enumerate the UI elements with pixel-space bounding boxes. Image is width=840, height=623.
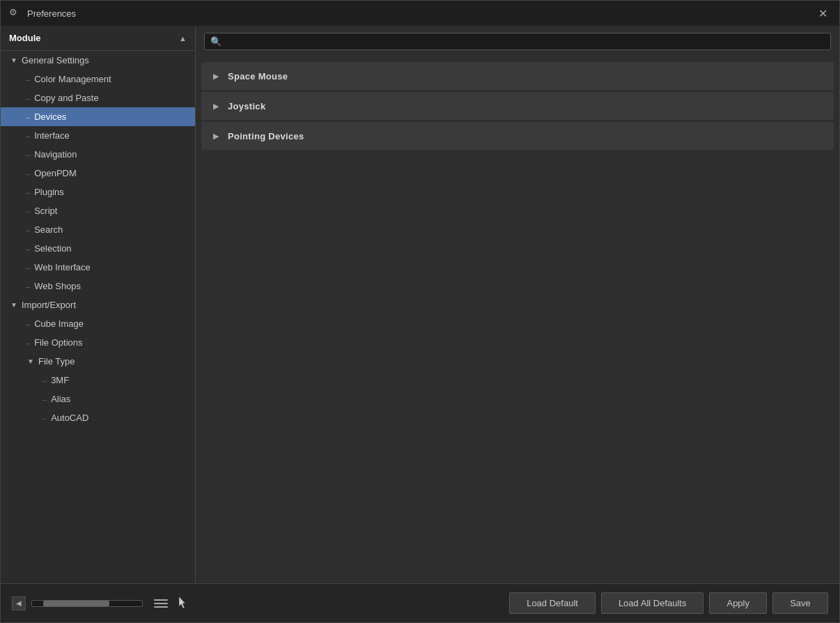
- sidebar-item-file-type[interactable]: ▼ File Type: [1, 352, 195, 371]
- sidebar-item-copy-and-paste[interactable]: – Copy and Paste: [1, 89, 195, 107]
- pointing-devices-row[interactable]: ▶ Pointing Devices: [201, 122, 834, 150]
- bottom-bar-left: ◀: [12, 597, 509, 610]
- joystick-label: Joystick: [228, 101, 265, 111]
- search-bar: 🔍: [196, 26, 839, 57]
- save-button[interactable]: Save: [772, 592, 828, 614]
- mini-scrollbar-thumb: [43, 601, 109, 606]
- sidebar-item-file-options[interactable]: – File Options: [1, 333, 195, 352]
- close-button[interactable]: ✕: [814, 5, 831, 22]
- scroll-left-button[interactable]: ◀: [12, 597, 26, 610]
- hamburger-icon[interactable]: [154, 597, 168, 610]
- apply-button[interactable]: Apply: [709, 592, 767, 614]
- svg-marker-0: [179, 597, 185, 608]
- pointing-devices-arrow: ▶: [211, 131, 221, 141]
- sidebar-item-selection[interactable]: – Selection: [1, 239, 195, 258]
- expand-icon: ▼: [9, 56, 19, 66]
- load-all-defaults-button[interactable]: Load All Defaults: [601, 592, 704, 614]
- space-mouse-arrow: ▶: [211, 71, 221, 81]
- expand-icon-2: ▼: [9, 300, 19, 310]
- cursor-indicator: [179, 597, 190, 610]
- sidebar-item-web-shops[interactable]: – Web Shops: [1, 277, 195, 295]
- space-mouse-row[interactable]: ▶ Space Mouse: [201, 62, 834, 90]
- sidebar-item-web-interface[interactable]: – Web Interface: [1, 258, 195, 277]
- sidebar-item-cube-image[interactable]: – Cube Image: [1, 314, 195, 333]
- joystick-arrow: ▶: [211, 101, 221, 111]
- preferences-window: ⚙ Preferences ✕ Module ▲ ▼ General Setti…: [0, 0, 840, 623]
- sidebar-header: Module ▲: [1, 26, 195, 51]
- expand-icon-3: ▼: [26, 357, 36, 367]
- joystick-row[interactable]: ▶ Joystick: [201, 92, 834, 120]
- title-bar: ⚙ Preferences ✕: [1, 1, 839, 26]
- space-mouse-label: Space Mouse: [228, 71, 288, 82]
- sidebar-item-search[interactable]: – Search: [1, 220, 195, 239]
- sidebar-item-interface[interactable]: – Interface: [1, 126, 195, 145]
- sidebar-item-3mf[interactable]: – 3MF: [1, 371, 195, 390]
- bottom-buttons: Load Default Load All Defaults Apply Sav…: [509, 592, 828, 614]
- pointing-devices-label: Pointing Devices: [228, 131, 304, 141]
- bottom-bar: ◀ Load Default Load All Defaults Apply S…: [1, 583, 839, 622]
- sidebar-collapse-icon[interactable]: ▲: [179, 34, 187, 43]
- sidebar: Module ▲ ▼ General Settings – Color Mana…: [1, 26, 196, 583]
- content-area: ▶ Space Mouse ▶ Joystick ▶ Pointing Devi…: [196, 57, 839, 583]
- sidebar-item-general-settings[interactable]: ▼ General Settings: [1, 51, 195, 70]
- sidebar-item-openpdm[interactable]: – OpenPDM: [1, 164, 195, 183]
- sidebar-item-autocad[interactable]: – AutoCAD: [1, 408, 195, 427]
- sidebar-item-devices[interactable]: – Devices: [1, 107, 195, 126]
- window-title: Preferences: [27, 8, 814, 19]
- sidebar-item-color-management[interactable]: – Color Management: [1, 70, 195, 89]
- sidebar-item-import-export[interactable]: ▼ Import/Export: [1, 295, 195, 314]
- sidebar-item-script[interactable]: – Script: [1, 201, 195, 220]
- main-content: Module ▲ ▼ General Settings – Color Mana…: [1, 26, 839, 583]
- gear-icon: ⚙: [9, 7, 22, 20]
- sidebar-item-plugins[interactable]: – Plugins: [1, 183, 195, 201]
- load-default-button[interactable]: Load Default: [509, 592, 596, 614]
- mini-scrollbar[interactable]: [31, 600, 143, 607]
- sidebar-item-navigation[interactable]: – Navigation: [1, 145, 195, 164]
- search-input-wrap: 🔍: [204, 33, 831, 50]
- sidebar-scroll[interactable]: ▼ General Settings – Color Management – …: [1, 51, 195, 583]
- search-icon: 🔍: [210, 36, 221, 47]
- sidebar-item-alias[interactable]: – Alias: [1, 390, 195, 408]
- search-input[interactable]: [226, 36, 825, 47]
- right-panel: 🔍 ▶ Space Mouse ▶ Joystick ▶ Pointing De…: [196, 26, 839, 583]
